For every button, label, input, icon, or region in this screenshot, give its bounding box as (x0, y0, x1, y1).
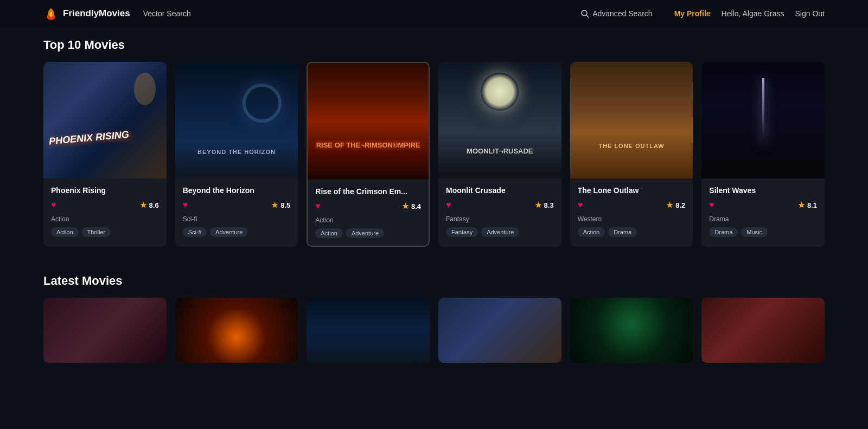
genre-tag: Action (315, 228, 343, 238)
search-icon (580, 9, 589, 18)
movie-title: Silent Waves (709, 186, 817, 195)
star-icon: ★ (666, 201, 673, 209)
top-movies-grid: Phoenix Rising ♥ ★ 8.6 Action ActionThri… (43, 62, 825, 247)
vector-search-link[interactable]: Vector Search (143, 9, 191, 18)
movie-title: Phoenix Rising (51, 186, 159, 195)
genre-tag: Action (51, 227, 79, 237)
latest-movie-lm1[interactable] (43, 298, 167, 363)
user-greeting: Hello, Algae Grass (722, 9, 784, 18)
movie-meta: ♥ ★ 8.2 (578, 200, 686, 210)
genre-tag: Adventure (346, 228, 384, 238)
movie-meta: ♥ ★ 8.6 (51, 200, 159, 210)
movie-info-phoenix-rising: Phoenix Rising ♥ ★ 8.6 Action ActionThri… (43, 178, 167, 245)
advanced-search-label: Advanced Search (592, 9, 653, 18)
genre-main: Drama (709, 215, 817, 223)
movie-poster-moonlit-crusade (438, 62, 561, 178)
movie-poster-beyond-horizon (175, 62, 298, 178)
genre-tags: Sci-fiAdventure (183, 227, 291, 237)
genre-main: Western (578, 215, 686, 223)
genre-tag: Fantasy (446, 227, 478, 237)
genre-tags: ActionDrama (578, 227, 686, 237)
movie-info-moonlit-crusade: Moonlit Crusade ♥ ★ 8.3 Fantasy FantasyA… (438, 178, 561, 245)
movie-title: The Lone Outlaw (578, 186, 686, 195)
latest-movie-lm5[interactable] (570, 298, 693, 363)
genre-tag: Drama (709, 227, 738, 237)
app-name: FriendlyMovies (63, 8, 130, 19)
rating-value: 8.2 (675, 201, 685, 209)
top-movies-title: Top 10 Movies (43, 38, 825, 52)
navbar: FriendlyMovies Vector Search Advanced Se… (0, 0, 868, 27)
like-button[interactable]: ♥ (183, 200, 188, 210)
rating-value: 8.3 (544, 201, 554, 209)
latest-movies-title: Latest Movies (43, 274, 825, 288)
movie-card-moonlit-crusade[interactable]: Moonlit Crusade ♥ ★ 8.3 Fantasy FantasyA… (438, 62, 561, 247)
movie-rating: ★ 8.4 (402, 202, 421, 210)
rating-value: 8.4 (411, 202, 421, 210)
movie-info-silent-waves: Silent Waves ♥ ★ 8.1 Drama DramaMusic (701, 178, 825, 245)
advanced-search-button[interactable]: Advanced Search (580, 9, 653, 18)
genre-tag: Thriller (82, 227, 111, 237)
logo[interactable]: FriendlyMovies (43, 6, 130, 21)
latest-movies-grid (43, 298, 825, 363)
movie-rating: ★ 8.3 (535, 201, 554, 209)
rating-value: 8.5 (280, 201, 290, 209)
movie-meta: ♥ ★ 8.3 (446, 200, 554, 210)
latest-movie-lm6[interactable] (701, 298, 825, 363)
like-button[interactable]: ♥ (578, 200, 583, 210)
star-icon: ★ (535, 201, 542, 209)
latest-movie-lm4[interactable] (438, 298, 561, 363)
movie-meta: ♥ ★ 8.5 (183, 200, 291, 210)
genre-tag: Drama (608, 227, 637, 237)
movie-card-beyond-horizon[interactable]: Beyond the Horizon ♥ ★ 8.5 Sci-fi Sci-fi… (175, 62, 298, 247)
movie-poster-phoenix-rising (43, 62, 167, 178)
star-icon: ★ (271, 201, 278, 209)
movie-card-rise-crimson[interactable]: Rise of the Crimson Em... ♥ ★ 8.4 Action… (307, 62, 430, 247)
movie-poster-silent-waves (701, 62, 825, 178)
genre-tags: ActionThriller (51, 227, 159, 237)
movie-card-phoenix-rising[interactable]: Phoenix Rising ♥ ★ 8.6 Action ActionThri… (43, 62, 167, 247)
svg-line-2 (586, 15, 589, 17)
nav-user-area: My Profile Hello, Algae Grass Sign Out (674, 9, 825, 18)
movie-poster-lone-outlaw (570, 62, 693, 178)
movie-rating: ★ 8.2 (666, 201, 685, 209)
genre-main: Sci-fi (183, 215, 291, 223)
genre-tag: Sci-fi (183, 227, 207, 237)
movie-info-lone-outlaw: The Lone Outlaw ♥ ★ 8.2 Western ActionDr… (570, 178, 693, 245)
genre-main: Action (315, 216, 421, 224)
movie-card-lone-outlaw[interactable]: The Lone Outlaw ♥ ★ 8.2 Western ActionDr… (570, 62, 693, 247)
rating-value: 8.6 (149, 201, 159, 209)
rating-value: 8.1 (807, 201, 817, 209)
movie-title: Moonlit Crusade (446, 186, 554, 195)
movie-title: Rise of the Crimson Em... (315, 187, 421, 196)
genre-tags: FantasyAdventure (446, 227, 554, 237)
movie-poster-rise-crimson (308, 63, 429, 180)
movie-rating: ★ 8.6 (140, 201, 159, 209)
flame-icon (43, 6, 59, 21)
top-movies-section: Top 10 Movies Phoenix Rising ♥ ★ 8.6 Act… (43, 38, 825, 247)
movie-card-silent-waves[interactable]: Silent Waves ♥ ★ 8.1 Drama DramaMusic (701, 62, 825, 247)
movie-meta: ♥ ★ 8.4 (315, 201, 421, 211)
star-icon: ★ (402, 202, 409, 210)
movie-title: Beyond the Horizon (183, 186, 291, 195)
sign-out-button[interactable]: Sign Out (795, 9, 825, 18)
movie-rating: ★ 8.5 (271, 201, 290, 209)
genre-tags: DramaMusic (709, 227, 817, 237)
genre-tag: Music (741, 227, 768, 237)
latest-movie-lm2[interactable] (175, 298, 298, 363)
genre-main: Action (51, 215, 159, 223)
genre-tag: Adventure (481, 227, 519, 237)
like-button[interactable]: ♥ (446, 200, 451, 210)
my-profile-link[interactable]: My Profile (674, 9, 711, 18)
genre-main: Fantasy (446, 215, 554, 223)
like-button[interactable]: ♥ (51, 200, 56, 210)
latest-movie-lm3[interactable] (307, 298, 430, 363)
genre-tags: ActionAdventure (315, 228, 421, 238)
latest-movies-section: Latest Movies (43, 274, 825, 363)
genre-tag: Action (578, 227, 605, 237)
like-button[interactable]: ♥ (709, 200, 714, 210)
movie-rating: ★ 8.1 (798, 201, 817, 209)
star-icon: ★ (798, 201, 805, 209)
like-button[interactable]: ♥ (315, 201, 321, 211)
star-icon: ★ (140, 201, 147, 209)
movie-meta: ♥ ★ 8.1 (709, 200, 817, 210)
